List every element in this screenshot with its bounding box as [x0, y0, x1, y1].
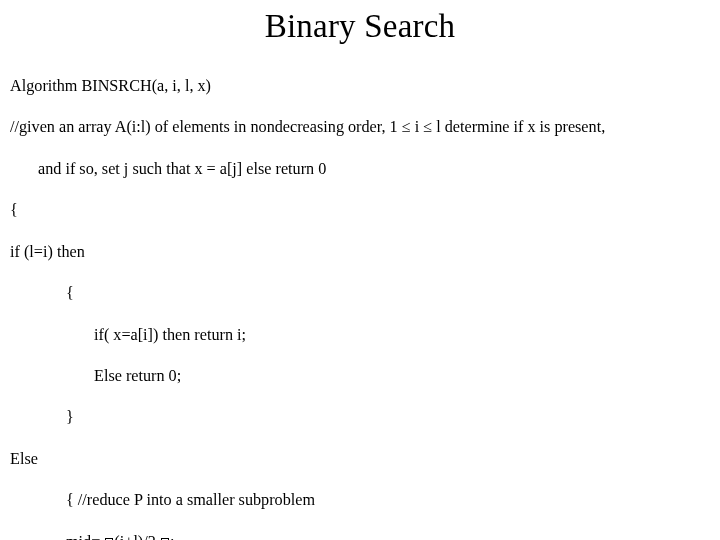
page-title: Binary Search — [10, 8, 710, 45]
code-line: if( x=a[i]) then return i; — [10, 325, 710, 346]
code-line: mid= (i+l)/2 ; — [10, 532, 710, 540]
code-line: if (l=i) then — [10, 242, 710, 263]
code-line: Else return 0; — [10, 366, 710, 387]
code-line: and if so, set j such that x = a[j] else… — [10, 159, 710, 180]
code-line: { — [10, 283, 710, 304]
code-text: ; — [170, 533, 175, 540]
code-line: { — [10, 200, 710, 221]
code-line: } — [10, 407, 710, 428]
code-line: Else — [10, 449, 710, 470]
code-line: { //reduce P into a smaller subproblem — [10, 490, 710, 511]
slide: Binary Search Algorithm BINSRCH(a, i, l,… — [0, 0, 720, 540]
code-text: (i+l)/2 — [114, 533, 160, 540]
code-line: //given an array A(i:l) of elements in n… — [10, 117, 710, 138]
code-line: Algorithm BINSRCH(a, i, l, x) — [10, 76, 710, 97]
algorithm-code: Algorithm BINSRCH(a, i, l, x) //given an… — [10, 55, 710, 540]
code-text: mid= — [66, 533, 104, 540]
